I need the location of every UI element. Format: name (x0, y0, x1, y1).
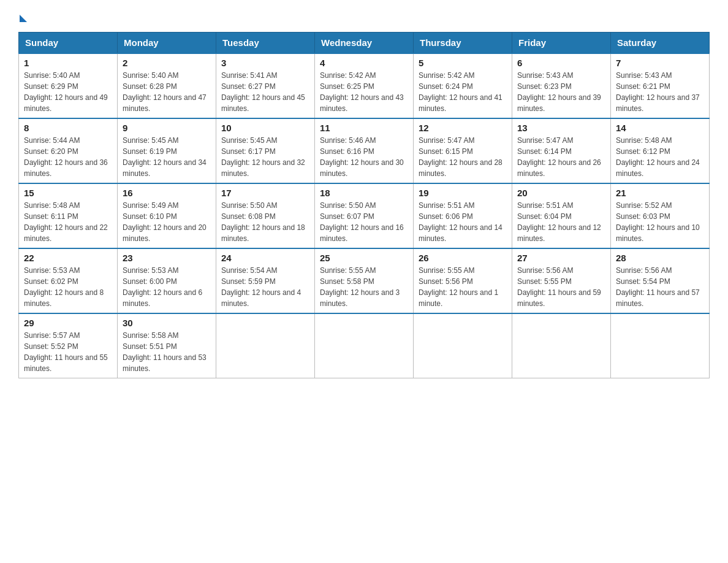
day-info: Sunrise: 5:40 AM Sunset: 6:29 PM Dayligh… (24, 70, 112, 114)
day-number: 29 (24, 318, 112, 328)
calendar-day-cell: 28 Sunrise: 5:56 AM Sunset: 5:54 PM Dayl… (611, 248, 710, 313)
day-number: 9 (123, 123, 211, 133)
day-number: 18 (320, 188, 408, 198)
calendar-table: SundayMondayTuesdayWednesdayThursdayFrid… (18, 32, 710, 378)
day-number: 20 (517, 188, 605, 198)
day-of-week-header: Tuesday (216, 33, 315, 54)
day-info: Sunrise: 5:57 AM Sunset: 5:52 PM Dayligh… (24, 330, 112, 374)
calendar-day-cell: 14 Sunrise: 5:48 AM Sunset: 6:12 PM Dayl… (611, 118, 710, 183)
day-info: Sunrise: 5:52 AM Sunset: 6:03 PM Dayligh… (616, 200, 704, 244)
calendar-week-row: 1 Sunrise: 5:40 AM Sunset: 6:29 PM Dayli… (19, 53, 710, 118)
calendar-day-cell (216, 313, 315, 378)
day-of-week-header: Saturday (611, 33, 710, 54)
day-number: 13 (517, 123, 605, 133)
day-info: Sunrise: 5:47 AM Sunset: 6:15 PM Dayligh… (419, 135, 507, 179)
day-info: Sunrise: 5:47 AM Sunset: 6:14 PM Dayligh… (517, 135, 605, 179)
calendar-day-cell: 4 Sunrise: 5:42 AM Sunset: 6:25 PM Dayli… (315, 53, 414, 118)
day-number: 11 (320, 123, 408, 133)
calendar-day-cell: 21 Sunrise: 5:52 AM Sunset: 6:03 PM Dayl… (611, 183, 710, 248)
day-number: 28 (616, 253, 704, 263)
calendar-day-cell (315, 313, 414, 378)
day-number: 24 (221, 253, 309, 263)
day-of-week-header: Wednesday (315, 33, 414, 54)
day-number: 14 (616, 123, 704, 133)
day-info: Sunrise: 5:58 AM Sunset: 5:51 PM Dayligh… (123, 330, 211, 374)
day-number: 7 (616, 58, 704, 68)
day-number: 30 (123, 318, 211, 328)
day-info: Sunrise: 5:51 AM Sunset: 6:04 PM Dayligh… (517, 200, 605, 244)
day-of-week-header: Thursday (414, 33, 512, 54)
calendar-day-cell: 9 Sunrise: 5:45 AM Sunset: 6:19 PM Dayli… (118, 118, 216, 183)
day-info: Sunrise: 5:45 AM Sunset: 6:17 PM Dayligh… (221, 135, 309, 179)
calendar-day-cell: 25 Sunrise: 5:55 AM Sunset: 5:58 PM Dayl… (315, 248, 414, 313)
calendar-day-cell (512, 313, 611, 378)
day-info: Sunrise: 5:42 AM Sunset: 6:25 PM Dayligh… (320, 70, 408, 114)
calendar-day-cell: 24 Sunrise: 5:54 AM Sunset: 5:59 PM Dayl… (216, 248, 315, 313)
day-info: Sunrise: 5:56 AM Sunset: 5:55 PM Dayligh… (517, 265, 605, 309)
day-info: Sunrise: 5:41 AM Sunset: 6:27 PM Dayligh… (221, 70, 309, 114)
day-number: 22 (24, 253, 112, 263)
calendar-day-cell: 17 Sunrise: 5:50 AM Sunset: 6:08 PM Dayl… (216, 183, 315, 248)
day-number: 19 (419, 188, 507, 198)
day-info: Sunrise: 5:44 AM Sunset: 6:20 PM Dayligh… (24, 135, 112, 179)
day-number: 3 (221, 58, 309, 68)
day-number: 26 (419, 253, 507, 263)
calendar-day-cell: 27 Sunrise: 5:56 AM Sunset: 5:55 PM Dayl… (512, 248, 611, 313)
calendar-header-row: SundayMondayTuesdayWednesdayThursdayFrid… (19, 33, 710, 54)
day-of-week-header: Monday (118, 33, 216, 54)
calendar-day-cell: 3 Sunrise: 5:41 AM Sunset: 6:27 PM Dayli… (216, 53, 315, 118)
logo-triangle-icon (20, 15, 27, 22)
calendar-day-cell: 16 Sunrise: 5:49 AM Sunset: 6:10 PM Dayl… (118, 183, 216, 248)
day-info: Sunrise: 5:54 AM Sunset: 5:59 PM Dayligh… (221, 265, 309, 309)
calendar-day-cell: 15 Sunrise: 5:48 AM Sunset: 6:11 PM Dayl… (19, 183, 118, 248)
day-number: 12 (419, 123, 507, 133)
day-number: 23 (123, 253, 211, 263)
calendar-day-cell: 23 Sunrise: 5:53 AM Sunset: 6:00 PM Dayl… (118, 248, 216, 313)
calendar-day-cell: 5 Sunrise: 5:42 AM Sunset: 6:24 PM Dayli… (414, 53, 512, 118)
day-number: 25 (320, 253, 408, 263)
day-number: 10 (221, 123, 309, 133)
day-info: Sunrise: 5:50 AM Sunset: 6:07 PM Dayligh… (320, 200, 408, 244)
page-header (18, 12, 710, 22)
calendar-day-cell: 11 Sunrise: 5:46 AM Sunset: 6:16 PM Dayl… (315, 118, 414, 183)
calendar-week-row: 22 Sunrise: 5:53 AM Sunset: 6:02 PM Dayl… (19, 248, 710, 313)
day-number: 6 (517, 58, 605, 68)
calendar-day-cell: 18 Sunrise: 5:50 AM Sunset: 6:07 PM Dayl… (315, 183, 414, 248)
day-info: Sunrise: 5:48 AM Sunset: 6:12 PM Dayligh… (616, 135, 704, 179)
day-of-week-header: Sunday (19, 33, 118, 54)
day-number: 27 (517, 253, 605, 263)
day-number: 5 (419, 58, 507, 68)
day-info: Sunrise: 5:40 AM Sunset: 6:28 PM Dayligh… (123, 70, 211, 114)
calendar-day-cell: 2 Sunrise: 5:40 AM Sunset: 6:28 PM Dayli… (118, 53, 216, 118)
day-of-week-header: Friday (512, 33, 611, 54)
day-info: Sunrise: 5:51 AM Sunset: 6:06 PM Dayligh… (419, 200, 507, 244)
day-info: Sunrise: 5:48 AM Sunset: 6:11 PM Dayligh… (24, 200, 112, 244)
day-info: Sunrise: 5:53 AM Sunset: 6:02 PM Dayligh… (24, 265, 112, 309)
day-info: Sunrise: 5:46 AM Sunset: 6:16 PM Dayligh… (320, 135, 408, 179)
calendar-day-cell (611, 313, 710, 378)
calendar-day-cell: 26 Sunrise: 5:55 AM Sunset: 5:56 PM Dayl… (414, 248, 512, 313)
day-number: 2 (123, 58, 211, 68)
calendar-day-cell (414, 313, 512, 378)
day-info: Sunrise: 5:42 AM Sunset: 6:24 PM Dayligh… (419, 70, 507, 114)
calendar-day-cell: 22 Sunrise: 5:53 AM Sunset: 6:02 PM Dayl… (19, 248, 118, 313)
calendar-day-cell: 13 Sunrise: 5:47 AM Sunset: 6:14 PM Dayl… (512, 118, 611, 183)
day-number: 8 (24, 123, 112, 133)
day-number: 4 (320, 58, 408, 68)
calendar-week-row: 29 Sunrise: 5:57 AM Sunset: 5:52 PM Dayl… (19, 313, 710, 378)
day-info: Sunrise: 5:55 AM Sunset: 5:56 PM Dayligh… (419, 265, 507, 309)
day-number: 17 (221, 188, 309, 198)
calendar-day-cell: 30 Sunrise: 5:58 AM Sunset: 5:51 PM Dayl… (118, 313, 216, 378)
logo (18, 12, 27, 22)
calendar-day-cell: 10 Sunrise: 5:45 AM Sunset: 6:17 PM Dayl… (216, 118, 315, 183)
calendar-week-row: 8 Sunrise: 5:44 AM Sunset: 6:20 PM Dayli… (19, 118, 710, 183)
day-number: 1 (24, 58, 112, 68)
day-info: Sunrise: 5:50 AM Sunset: 6:08 PM Dayligh… (221, 200, 309, 244)
calendar-day-cell: 12 Sunrise: 5:47 AM Sunset: 6:15 PM Dayl… (414, 118, 512, 183)
calendar-day-cell: 8 Sunrise: 5:44 AM Sunset: 6:20 PM Dayli… (19, 118, 118, 183)
day-number: 15 (24, 188, 112, 198)
calendar-day-cell: 7 Sunrise: 5:43 AM Sunset: 6:21 PM Dayli… (611, 53, 710, 118)
day-info: Sunrise: 5:55 AM Sunset: 5:58 PM Dayligh… (320, 265, 408, 309)
day-info: Sunrise: 5:45 AM Sunset: 6:19 PM Dayligh… (123, 135, 211, 179)
calendar-day-cell: 20 Sunrise: 5:51 AM Sunset: 6:04 PM Dayl… (512, 183, 611, 248)
